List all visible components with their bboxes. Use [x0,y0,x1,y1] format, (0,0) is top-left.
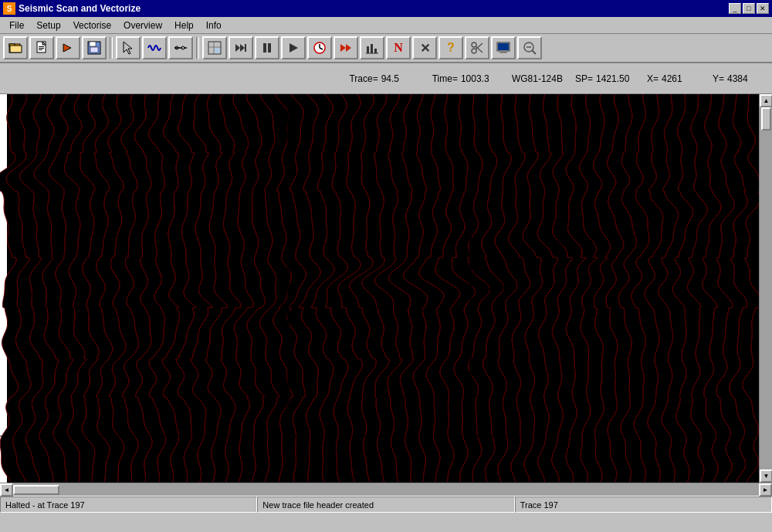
maximize-button[interactable]: □ [743,3,755,14]
menu-help[interactable]: Help [168,19,200,32]
x-label: X= [647,73,659,84]
sp-group: SP= 1421.50 [575,73,635,84]
main-area: ▲ ▼ [0,94,772,483]
menu-file[interactable]: File [3,19,30,32]
svg-line-43 [532,50,536,54]
time-group: Time= 1003.3 [432,73,499,84]
scroll-down-btn[interactable]: ▼ [760,469,772,483]
play-btn[interactable] [281,36,306,59]
y-value: 4384 [727,73,766,84]
svg-rect-30 [367,46,369,53]
minimize-button[interactable]: _ [729,3,741,14]
trace-label: Trace= [349,73,378,84]
next-trace-btn[interactable] [334,36,358,59]
svg-rect-6 [39,48,44,49]
status-center: New trace file header created [257,496,514,513]
svg-rect-2 [10,46,22,53]
time-value: 1003.3 [461,73,499,84]
toolbar-separator-2 [196,37,199,59]
svg-rect-23 [268,43,271,53]
svg-rect-11 [90,47,98,53]
seismic-display [0,94,759,483]
arrow-right-btn[interactable] [56,36,80,59]
wg-group: WG81-124B [512,73,563,84]
svg-rect-5 [39,46,44,47]
scroll-track-v[interactable] [760,107,772,469]
menu-setup[interactable]: Setup [30,19,66,32]
status-left: Halted - at Trace 197 [0,496,257,513]
open-file-btn[interactable] [3,36,28,59]
svg-rect-10 [90,42,96,46]
scroll-thumb-v[interactable] [761,107,771,130]
pause-btn[interactable] [255,36,279,59]
trace-group: Trace= 94.5 [349,73,419,84]
svg-rect-39 [498,43,509,50]
new-doc-btn[interactable] [29,36,54,59]
scroll-thumb-h[interactable] [13,485,59,495]
menu-vectorise[interactable]: Vectorise [67,19,117,32]
close-button[interactable]: ✕ [757,3,769,14]
sp-value: 1421.50 [596,73,635,84]
wg-value: WG81-124B [512,73,563,84]
svg-marker-12 [124,42,132,54]
svg-marker-19 [235,44,240,52]
svg-rect-31 [371,44,373,53]
svg-rect-22 [263,43,266,53]
svg-marker-20 [240,44,245,52]
zoom-btn[interactable] [517,36,542,59]
y-group: Y= 4384 [713,73,766,84]
trace-value: 94.5 [381,73,420,84]
info-panel: Trace= 94.5 Time= 1003.3 WG81-124B SP= 1… [0,63,772,94]
filter-btn[interactable] [168,36,193,59]
sp-label: SP= [575,73,593,84]
scissors-btn[interactable] [465,36,489,59]
svg-marker-8 [63,44,71,52]
menu-bar: File Setup Vectorise Overview Help Info [0,17,772,34]
save-btn[interactable] [82,36,107,59]
x-group: X= 4261 [647,73,700,84]
scroll-left-btn[interactable]: ◄ [0,483,13,496]
clock-btn[interactable] [307,36,332,59]
status-bar: Halted - at Trace 197 New trace file hea… [0,496,772,513]
toolbar-separator-1 [110,37,113,59]
menu-info[interactable]: Info [200,19,228,32]
window-title: Seismic Scan and Vectorize [19,3,141,14]
svg-rect-32 [374,49,377,53]
window-controls: _ □ ✕ [729,3,769,14]
seismic-canvas[interactable] [0,94,759,483]
fast-forward-btn[interactable] [229,36,253,59]
menu-overview[interactable]: Overview [117,19,168,32]
help-btn[interactable]: ? [438,36,463,59]
svg-marker-24 [290,43,298,53]
svg-rect-7 [39,49,42,50]
svg-marker-29 [346,44,351,52]
bar-chart-btn[interactable] [360,36,384,59]
cross-btn[interactable]: ✕ [412,36,437,59]
horizontal-scrollbar[interactable]: ◄ ► [0,483,772,496]
n-btn[interactable]: N [386,36,411,59]
toolbar: N ✕ ? [0,34,772,63]
x-value: 4261 [662,73,700,84]
status-right: Trace 197 [515,496,772,513]
time-label: Time= [432,73,458,84]
svg-marker-28 [340,44,346,52]
y-label: Y= [713,73,724,84]
select-btn[interactable] [116,36,141,59]
monitor-btn[interactable] [491,36,516,59]
vertical-scrollbar[interactable]: ▲ ▼ [759,94,772,483]
scroll-right-btn[interactable]: ► [759,483,772,496]
title-bar: S Seismic Scan and Vectorize _ □ ✕ [0,0,772,17]
wave-display-btn[interactable] [142,36,167,59]
scroll-up-btn[interactable]: ▲ [760,94,772,107]
svg-rect-18 [215,48,220,53]
scroll-track-h[interactable] [13,483,759,496]
app-icon: S [3,2,15,15]
grid-btn[interactable] [202,36,227,59]
